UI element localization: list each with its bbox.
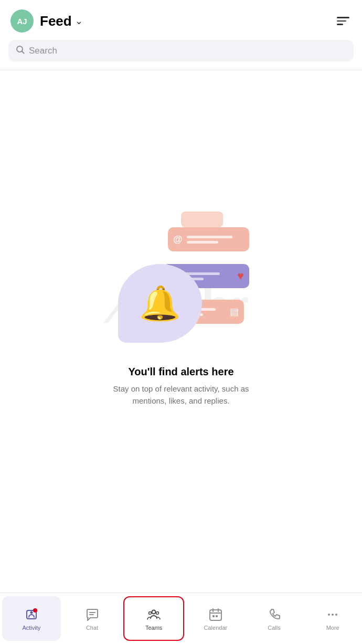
tab-teams-label: Teams bbox=[145, 625, 162, 631]
more-icon bbox=[325, 607, 340, 622]
msg-lines-1 bbox=[187, 236, 244, 244]
search-bar[interactable]: Search bbox=[8, 40, 354, 61]
calendar-icon bbox=[208, 607, 223, 622]
tab-activity[interactable]: Activity bbox=[2, 596, 61, 641]
avatar[interactable]: AJ bbox=[10, 9, 34, 33]
empty-state-title: You'll find alerts here bbox=[128, 366, 233, 378]
svg-point-16 bbox=[332, 614, 334, 616]
svg-point-7 bbox=[149, 611, 152, 614]
tab-more-label: More bbox=[326, 625, 339, 631]
tab-calls[interactable]: Calls bbox=[245, 593, 304, 644]
tab-chat[interactable]: Chat bbox=[63, 593, 122, 644]
main-content: ∕ Alphr @ ♥ ▤ bbox=[0, 70, 362, 543]
tab-activity-label: Activity bbox=[22, 625, 40, 631]
msg-line bbox=[187, 241, 218, 244]
msg-line bbox=[187, 236, 233, 238]
tab-teams[interactable]: Teams bbox=[123, 596, 184, 641]
empty-state-subtitle: Stay on top of relevant activity, such a… bbox=[102, 383, 260, 407]
calls-icon bbox=[267, 607, 282, 622]
svg-point-8 bbox=[156, 611, 159, 614]
teams-icon bbox=[146, 607, 162, 622]
tab-chat-label: Chat bbox=[86, 625, 98, 631]
svg-point-17 bbox=[335, 614, 337, 616]
tab-calendar-label: Calendar bbox=[204, 625, 228, 631]
search-icon bbox=[16, 45, 25, 56]
header-title[interactable]: Feed ⌄ bbox=[40, 13, 83, 29]
svg-point-6 bbox=[152, 610, 156, 614]
page-title: Feed bbox=[40, 13, 72, 29]
search-container: Search bbox=[0, 40, 362, 70]
chat-icon bbox=[84, 607, 100, 622]
app-header: AJ Feed ⌄ bbox=[0, 0, 362, 40]
svg-rect-14 bbox=[216, 615, 218, 617]
filter-button[interactable] bbox=[335, 15, 352, 27]
svg-rect-9 bbox=[210, 610, 221, 620]
illustration: @ ♥ ▤ 🔔 bbox=[108, 206, 254, 353]
heart-icon: ♥ bbox=[237, 269, 244, 283]
msg-card-small bbox=[181, 212, 223, 227]
bell-icon: 🔔 bbox=[139, 284, 181, 323]
svg-point-3 bbox=[33, 608, 37, 613]
doc-icon: ▤ bbox=[230, 306, 239, 318]
svg-line-1 bbox=[22, 51, 24, 54]
svg-point-15 bbox=[328, 614, 330, 616]
tab-more[interactable]: More bbox=[303, 593, 362, 644]
at-icon: @ bbox=[173, 234, 183, 245]
svg-point-2 bbox=[30, 611, 33, 614]
tab-calls-label: Calls bbox=[268, 625, 280, 631]
tab-calendar[interactable]: Calendar bbox=[186, 593, 245, 644]
tab-bar: Activity Chat Teams Cal bbox=[0, 593, 362, 644]
chevron-down-icon: ⌄ bbox=[75, 15, 83, 27]
svg-rect-13 bbox=[212, 615, 215, 617]
notification-bubble: 🔔 bbox=[118, 264, 202, 343]
activity-icon bbox=[24, 607, 39, 622]
header-left: AJ Feed ⌄ bbox=[10, 9, 83, 33]
msg-card-mention: @ bbox=[168, 227, 249, 251]
search-placeholder: Search bbox=[29, 46, 57, 56]
